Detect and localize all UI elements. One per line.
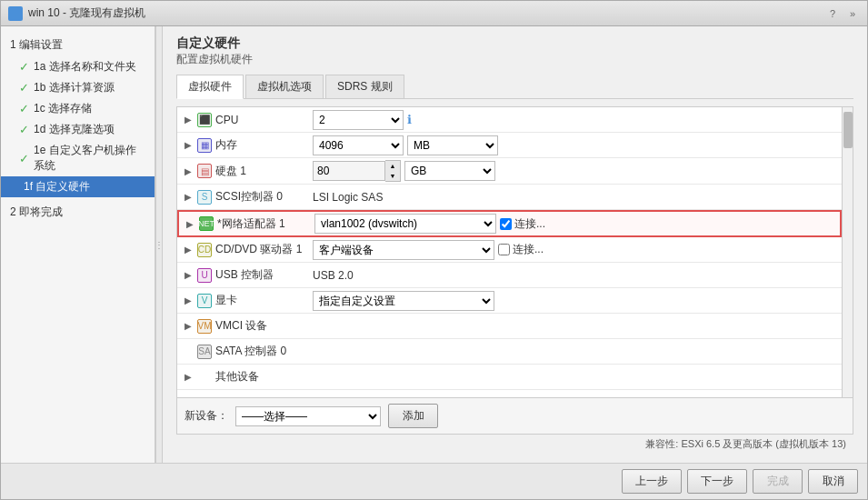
hw-text-vmci: VMCI 设备 xyxy=(215,318,267,334)
hardware-table: ▶ ⬛ CPU 2 ℹ xyxy=(177,107,842,397)
hw-text-disk: 硬盘 1 xyxy=(215,164,246,179)
sidebar-item-1f[interactable]: 1f 自定义硬件 xyxy=(1,176,155,197)
hw-row-memory: ▶ ▦ 内存 4096 MB xyxy=(177,133,842,158)
hw-text-scsi: SCSI控制器 0 xyxy=(215,189,283,205)
cdrom-select[interactable]: 客户端设备 xyxy=(313,240,494,260)
sata-icon: SA xyxy=(197,345,212,359)
vga-select[interactable]: 指定自定义设置 xyxy=(313,291,494,311)
titlebar-controls: ? » xyxy=(825,6,860,21)
hw-label-sata: ▶ SA SATA 控制器 0 xyxy=(181,344,313,359)
cpu-info-icon[interactable]: ℹ xyxy=(407,113,412,126)
hw-value-usb: USB 2.0 xyxy=(313,269,838,282)
sidebar-item-1e[interactable]: ✓ 1e 自定义客户机操作系统 xyxy=(1,140,155,176)
tab-bar: 虚拟硬件 虚拟机选项 SDRS 规则 xyxy=(176,75,853,99)
hw-text-cdrom: CD/DVD 驱动器 1 xyxy=(215,242,302,257)
usb-value-text: USB 2.0 xyxy=(313,269,354,282)
disk-input[interactable] xyxy=(313,161,385,181)
hw-row-other: ▶ 其他设备 xyxy=(177,365,842,390)
check-icon-1b: ✓ xyxy=(19,81,29,95)
expand-arrow-cpu[interactable]: ▶ xyxy=(185,115,194,125)
disk-spin-up[interactable]: ▲ xyxy=(385,161,400,171)
window-title: win 10 - 克隆现有虚拟机 xyxy=(28,5,145,21)
cdrom-icon: CD xyxy=(197,243,212,257)
expand-arrow-memory[interactable]: ▶ xyxy=(185,140,194,150)
cdrom-connect-text: 连接... xyxy=(513,242,544,257)
page-title: 自定义硬件 xyxy=(176,35,853,52)
hw-text-memory: 内存 xyxy=(215,137,237,153)
sidebar-label-1c: 1c 选择存储 xyxy=(34,101,92,116)
expand-arrow-scsi[interactable]: ▶ xyxy=(185,192,194,202)
hw-text-cpu: CPU xyxy=(215,114,238,126)
add-device-button[interactable]: 添加 xyxy=(388,404,438,428)
finish-button[interactable]: 完成 xyxy=(753,469,803,494)
disk-icon: ▤ xyxy=(197,164,212,178)
net-icon: NET xyxy=(199,216,214,231)
scsi-value-text: LSI Logic SAS xyxy=(313,191,383,204)
hw-row-usb: ▶ U USB 控制器 USB 2.0 xyxy=(177,263,842,288)
cpu-select[interactable]: 2 xyxy=(313,110,404,130)
sidebar-item-1a[interactable]: ✓ 1a 选择名称和文件夹 xyxy=(1,56,155,77)
cdrom-connect-checkbox[interactable] xyxy=(498,244,510,255)
new-device-select[interactable]: ——选择—— xyxy=(235,406,381,426)
sidebar: 1 编辑设置 ✓ 1a 选择名称和文件夹 ✓ 1b 选择计算资源 ✓ 1c 选择… xyxy=(1,26,155,463)
sidebar-item-1b[interactable]: ✓ 1b 选择计算资源 xyxy=(1,77,155,98)
net-select[interactable]: vlan1002 (dvswitch) xyxy=(314,214,496,234)
new-device-label: 新设备： xyxy=(185,408,228,424)
expand-arrow-usb[interactable]: ▶ xyxy=(185,270,194,280)
hw-label-usb: ▶ U USB 控制器 xyxy=(181,267,313,283)
hw-row-disk: ▶ ▤ 硬盘 1 ▲ ▼ xyxy=(177,158,842,185)
check-icon-1d: ✓ xyxy=(19,123,29,136)
expand-arrow-disk[interactable]: ▶ xyxy=(185,166,194,176)
disk-spin-down[interactable]: ▼ xyxy=(385,171,400,181)
titlebar-left: win 10 - 克隆现有虚拟机 xyxy=(8,5,145,21)
hardware-panel-inner: ▶ ⬛ CPU 2 ℹ xyxy=(177,107,853,397)
hw-row-vmci: ▶ VM VMCI 设备 xyxy=(177,314,842,339)
expand-arrow-net[interactable]: ▶ xyxy=(186,219,195,229)
hw-value-cpu: 2 ℹ xyxy=(313,110,838,130)
net-connect-checkbox[interactable] xyxy=(500,218,512,230)
disk-unit-select[interactable]: GB xyxy=(404,161,495,181)
hw-label-net: ▶ NET *网络适配器 1 xyxy=(183,216,314,232)
memory-unit-select[interactable]: MB xyxy=(407,135,498,155)
expand-arrow-other[interactable]: ▶ xyxy=(185,372,194,382)
hw-label-vga: ▶ V 显卡 xyxy=(181,293,313,308)
hw-row-vga: ▶ V 显卡 指定自定义设置 xyxy=(177,288,842,314)
memory-select[interactable]: 4096 xyxy=(313,135,404,155)
check-icon-1c: ✓ xyxy=(19,102,29,115)
hw-text-vga: 显卡 xyxy=(215,293,237,308)
disk-spin-buttons: ▲ ▼ xyxy=(385,160,401,182)
scrollbar[interactable] xyxy=(842,107,853,397)
tab-vm-options[interactable]: 虚拟机选项 xyxy=(245,75,324,98)
tab-virtual-hw[interactable]: 虚拟硬件 xyxy=(176,75,244,99)
hw-row-scsi: ▶ S SCSI控制器 0 LSI Logic SAS xyxy=(177,185,842,210)
other-icon xyxy=(197,370,212,385)
titlebar: win 10 - 克隆现有虚拟机 ? » xyxy=(1,1,867,26)
compatibility-text: 兼容性: ESXi 6.5 及更高版本 (虚拟机版本 13) xyxy=(645,438,846,449)
sidebar-item-1d[interactable]: ✓ 1d 选择克隆选项 xyxy=(1,119,155,140)
disk-spinbox: ▲ ▼ xyxy=(313,160,401,182)
sidebar-item-1c[interactable]: ✓ 1c 选择存储 xyxy=(1,98,155,119)
hardware-panel: ▶ ⬛ CPU 2 ℹ xyxy=(176,106,853,435)
expand-arrow-vmci[interactable]: ▶ xyxy=(185,321,194,331)
expand-arrow-vga[interactable]: ▶ xyxy=(185,295,194,305)
next-button[interactable]: 下一步 xyxy=(687,469,747,494)
hw-row-sata: ▶ SA SATA 控制器 0 xyxy=(177,339,842,365)
hw-label-scsi: ▶ S SCSI控制器 0 xyxy=(181,189,313,205)
resize-handle[interactable]: ⋮ xyxy=(155,26,163,463)
sidebar-label-1d: 1d 选择克隆选项 xyxy=(34,122,115,137)
vmci-icon: VM xyxy=(197,319,212,334)
help-button[interactable]: ? xyxy=(825,6,840,21)
usb-icon: U xyxy=(197,268,212,283)
cancel-button[interactable]: 取消 xyxy=(808,469,858,494)
tab-sdrs-rules[interactable]: SDRS 规则 xyxy=(325,75,404,98)
expand-button[interactable]: » xyxy=(845,6,860,21)
scrollbar-thumb[interactable] xyxy=(843,112,853,148)
hw-value-cdrom: 客户端设备 连接... xyxy=(313,240,838,260)
back-button[interactable]: 上一步 xyxy=(622,469,682,494)
hw-value-disk: ▲ ▼ GB xyxy=(313,160,838,182)
cpu-icon: ⬛ xyxy=(197,113,212,127)
expand-arrow-cdrom[interactable]: ▶ xyxy=(185,245,194,255)
page-subtitle: 配置虚拟机硬件 xyxy=(176,52,853,67)
net-connect-text: 连接... xyxy=(514,216,545,232)
sidebar-section2: 2 即将完成 xyxy=(1,201,155,224)
